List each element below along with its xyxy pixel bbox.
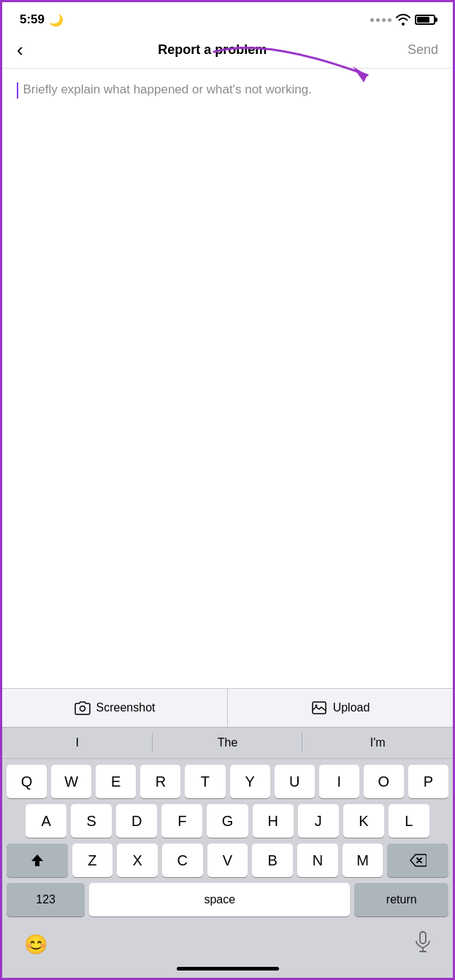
nav-title: Report a problem bbox=[23, 42, 402, 58]
mic-button[interactable] bbox=[415, 931, 431, 958]
predictive-bar: I The I'm bbox=[2, 727, 453, 759]
shift-key[interactable] bbox=[7, 844, 68, 877]
upload-icon bbox=[311, 701, 327, 715]
key-y[interactable]: Y bbox=[230, 765, 270, 798]
home-indicator bbox=[2, 962, 453, 978]
upload-button[interactable]: Upload bbox=[228, 689, 453, 727]
predictive-item-3[interactable]: I'm bbox=[302, 728, 453, 758]
key-c[interactable]: C bbox=[162, 844, 203, 877]
delete-key[interactable] bbox=[387, 844, 448, 877]
key-row-3: Z X C V B N M bbox=[7, 844, 448, 877]
send-button[interactable]: Send bbox=[402, 42, 438, 58]
status-bar: 5:59 🌙 bbox=[2, 2, 453, 33]
key-p[interactable]: P bbox=[408, 765, 448, 798]
signal-dots bbox=[370, 18, 391, 22]
emoji-button[interactable]: 😊 bbox=[24, 933, 47, 956]
report-text-area[interactable]: Briefly explain what happened or what's … bbox=[2, 69, 453, 688]
battery-fill bbox=[417, 17, 429, 23]
key-k[interactable]: K bbox=[343, 804, 384, 838]
battery-icon bbox=[415, 15, 435, 25]
key-e[interactable]: E bbox=[96, 765, 136, 798]
key-q[interactable]: Q bbox=[7, 765, 47, 798]
key-h[interactable]: H bbox=[253, 804, 294, 838]
predictive-item-1[interactable]: I bbox=[2, 728, 153, 758]
key-u[interactable]: U bbox=[275, 765, 315, 798]
key-t[interactable]: T bbox=[185, 765, 225, 798]
key-row-2: A S D F G H J K L bbox=[7, 804, 448, 838]
attachment-bar: Screenshot Upload bbox=[2, 688, 453, 727]
return-key[interactable]: return bbox=[354, 883, 448, 917]
back-button[interactable]: ‹ bbox=[17, 40, 23, 59]
key-m[interactable]: M bbox=[343, 844, 383, 877]
key-j[interactable]: J bbox=[298, 804, 339, 838]
dot1 bbox=[370, 18, 374, 22]
dot3 bbox=[382, 18, 386, 22]
dot4 bbox=[388, 18, 391, 22]
key-w[interactable]: W bbox=[51, 765, 91, 798]
key-b[interactable]: B bbox=[252, 844, 293, 877]
key-o[interactable]: O bbox=[364, 765, 404, 798]
key-v[interactable]: V bbox=[207, 844, 248, 877]
key-i[interactable]: I bbox=[319, 765, 359, 798]
svg-rect-4 bbox=[420, 932, 426, 944]
wifi-icon bbox=[396, 14, 410, 26]
text-cursor bbox=[17, 82, 18, 99]
key-row-4: 123 space return bbox=[7, 883, 448, 917]
key-n[interactable]: N bbox=[297, 844, 338, 877]
status-time: 5:59 bbox=[20, 12, 45, 27]
screenshot-label: Screenshot bbox=[96, 701, 156, 714]
upload-label: Upload bbox=[333, 701, 370, 714]
nav-bar: ‹ Report a problem Send bbox=[2, 33, 453, 69]
app-screen: 5:59 🌙 ‹ Report a problem Send bbox=[2, 2, 453, 978]
key-x[interactable]: X bbox=[117, 844, 158, 877]
svg-point-1 bbox=[80, 706, 85, 711]
camera-icon bbox=[74, 701, 91, 715]
key-d[interactable]: D bbox=[116, 804, 157, 838]
key-row-1: Q W E R T Y U I O P bbox=[7, 765, 448, 798]
moon-icon: 🌙 bbox=[49, 13, 64, 27]
num-key[interactable]: 123 bbox=[7, 883, 85, 917]
bottom-bar: 😊 bbox=[2, 925, 453, 962]
key-a[interactable]: A bbox=[26, 804, 66, 838]
screenshot-button[interactable]: Screenshot bbox=[2, 689, 228, 727]
key-l[interactable]: L bbox=[389, 804, 429, 838]
space-key[interactable]: space bbox=[89, 883, 350, 917]
home-bar bbox=[177, 967, 279, 971]
key-r[interactable]: R bbox=[140, 765, 180, 798]
svg-point-3 bbox=[315, 705, 317, 707]
key-g[interactable]: G bbox=[207, 804, 248, 838]
key-s[interactable]: S bbox=[71, 804, 112, 838]
placeholder-text: Briefly explain what happened or what's … bbox=[23, 82, 311, 96]
key-f[interactable]: F bbox=[161, 804, 202, 838]
dot2 bbox=[376, 18, 380, 22]
key-z[interactable]: Z bbox=[72, 844, 113, 877]
keyboard: Q W E R T Y U I O P A S D F G H J K L bbox=[2, 759, 453, 925]
status-icons bbox=[370, 14, 435, 26]
predictive-item-2[interactable]: The bbox=[153, 728, 303, 758]
